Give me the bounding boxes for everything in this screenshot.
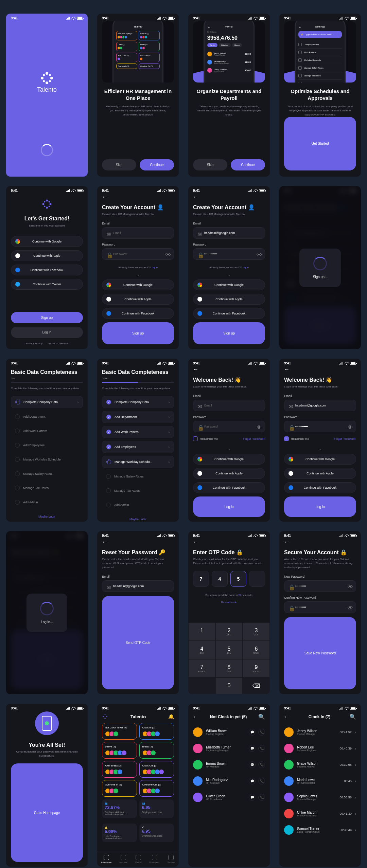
password-input[interactable]: 🔒Password👁 [193, 421, 265, 432]
phone-icon[interactable]: 📞 [258, 794, 265, 801]
save-password-button[interactable]: Save New Password [284, 617, 356, 689]
employee-row[interactable]: Grace WilsonSystems Analyst00:39:08› [279, 757, 361, 773]
back-button[interactable]: ← [193, 194, 265, 200]
apple-button[interactable]: Continue with Apple [102, 294, 174, 305]
back-button[interactable]: ← [284, 714, 290, 720]
skip-button[interactable]: Skip [193, 159, 227, 170]
otp-digit[interactable]: 7 [193, 571, 209, 587]
terms-link[interactable]: Terms of Service [48, 342, 68, 345]
back-button[interactable]: ← [193, 539, 265, 545]
employee-row[interactable]: William BrownProduct Engineer💬📞 [188, 724, 270, 740]
email-input[interactable]: ✉Email [193, 400, 265, 411]
continue-button[interactable]: Continue [140, 159, 174, 170]
status-card[interactable]: After Break (2) [102, 761, 137, 778]
login-button[interactable]: Log in [11, 327, 83, 338]
back-button[interactable]: ← [284, 366, 356, 373]
tab-employees[interactable]: Employees [150, 855, 160, 863]
key-6[interactable]: 6MNO [243, 641, 270, 659]
send-otp-button[interactable]: Send OTP Code [102, 596, 174, 689]
key-3[interactable]: 3DEF [243, 622, 270, 641]
status-card[interactable]: Not Clock in yet (5) [102, 723, 137, 740]
get-started-button[interactable]: Get Started [284, 117, 356, 171]
eye-icon[interactable]: 👁 [348, 605, 352, 609]
chat-icon[interactable]: 💬 [249, 794, 256, 801]
chat-icon[interactable]: 💬 [249, 778, 256, 784]
search-icon[interactable]: 🔍 [349, 713, 356, 720]
facebook-button[interactable]: Continue with Facebook [102, 308, 174, 319]
employee-row[interactable]: Jenny WilsonProduct Manager00:41:52› [279, 724, 361, 740]
bell-icon[interactable]: 🔔 [168, 714, 174, 719]
google-button[interactable]: Continue with Google [102, 279, 174, 290]
employee-row[interactable]: Oliver GreenHR Coordinator💬📞 [188, 789, 270, 806]
employee-row[interactable]: Mia RodriguezHR Assistant💬📞 [188, 773, 270, 789]
key-9[interactable]: 9WXYZ [243, 659, 270, 677]
chat-icon[interactable]: 💬 [249, 745, 256, 752]
key-delete[interactable]: ⌫ [243, 677, 270, 694]
signup-button[interactable]: Sign up [102, 322, 174, 344]
search-icon[interactable]: 🔍 [258, 713, 265, 720]
status-card[interactable]: Clock Out (1) [139, 761, 174, 778]
login-button[interactable]: Log in [284, 496, 356, 517]
eye-icon[interactable]: 👁 [165, 252, 170, 256]
eye-icon[interactable]: 👁 [348, 584, 352, 588]
key-1[interactable]: 1 [188, 622, 215, 641]
back-button[interactable]: ← [284, 539, 356, 545]
tab-approval[interactable]: Approval [119, 855, 127, 863]
email-input[interactable]: ✉hr.admin@google.com [193, 227, 265, 239]
tab-attendance[interactable]: Attendance [101, 855, 111, 863]
remember-checkbox[interactable]: ✓ [284, 436, 289, 441]
otp-digit[interactable]: 4 [212, 571, 228, 587]
confirm-password-input[interactable]: 🔒••••••••••👁 [284, 601, 356, 613]
status-card[interactable]: Break (2) [139, 742, 174, 759]
password-input[interactable]: 🔒••••••••••••👁 [193, 248, 265, 260]
signup-button[interactable]: Sign up [11, 312, 83, 323]
back-button[interactable]: ← [193, 366, 265, 373]
otp-digit[interactable]: 5 [230, 571, 246, 587]
otp-digit[interactable] [249, 571, 265, 587]
back-button[interactable]: ← [102, 539, 174, 545]
login-button[interactable]: Log in [193, 496, 265, 517]
apple-button[interactable]: Continue with Apple [11, 250, 83, 261]
status-card[interactable]: Overtime In (3) [102, 780, 137, 797]
back-button[interactable]: ← [193, 714, 198, 720]
privacy-link[interactable]: Privacy Policy [25, 342, 42, 345]
checklist-item[interactable]: Complete Company Data› [11, 396, 83, 408]
key-5[interactable]: 5JKL [215, 641, 243, 659]
back-button[interactable]: ← [102, 194, 174, 200]
facebook-button[interactable]: Continue with Facebook [11, 265, 83, 275]
homepage-button[interactable]: Go to Homepage [11, 763, 83, 862]
email-input[interactable]: ✉Email [102, 227, 174, 239]
employee-row[interactable]: Samuel TurnerSales Representative00:38:4… [279, 822, 361, 838]
phone-icon[interactable]: 📞 [258, 761, 265, 768]
employee-row[interactable]: Chloe MartinFinance Assistant00:41:30› [279, 806, 361, 822]
key-8[interactable]: 8TUV [215, 659, 243, 677]
tab-settings[interactable]: Settings [168, 855, 175, 863]
phone-icon[interactable]: 📞 [258, 778, 265, 784]
employee-row[interactable]: Elizabeth TurnerEngineering Manager💬📞 [188, 740, 270, 757]
eye-icon[interactable]: 👁 [257, 252, 261, 256]
signup-button[interactable]: Sign up [193, 322, 265, 344]
employee-row[interactable]: Sophia LewisFinancial Manager00:38:56› [279, 789, 361, 806]
status-card[interactable]: Leave (2) [102, 742, 137, 759]
employee-row[interactable]: Maria LewisHR Administrator00:45› [279, 773, 361, 789]
status-card[interactable]: Overtime Out (5) [139, 780, 174, 797]
chat-icon[interactable]: 💬 [249, 761, 256, 768]
forgot-link[interactable]: Forgot Password? [243, 437, 265, 440]
new-password-input[interactable]: 🔒••••••••••👁 [284, 580, 356, 592]
phone-icon[interactable]: 📞 [258, 745, 265, 752]
resend-link[interactable]: Resend code [193, 601, 265, 604]
maybe-later-link[interactable]: Maybe Later [102, 513, 174, 522]
tab-payroll[interactable]: Payroll [135, 855, 141, 863]
google-button[interactable]: Continue with Google [11, 236, 83, 247]
phone-icon[interactable]: 📞 [258, 729, 265, 736]
key-0[interactable]: 0 [215, 677, 243, 694]
login-link[interactable]: Log in [150, 266, 158, 269]
remember-checkbox[interactable] [193, 436, 198, 441]
continue-button[interactable]: Continue [231, 159, 265, 170]
key-7[interactable]: 7PQRS [188, 659, 215, 677]
maybe-later-link[interactable]: Maybe Later [11, 511, 83, 522]
email-input[interactable]: ✉hr.admin@google.com [102, 580, 174, 592]
employee-row[interactable]: Robert LeeSoftware Engineer00:40:39› [279, 740, 361, 757]
chat-icon[interactable]: 💬 [249, 729, 256, 736]
status-card[interactable]: Clock In (7) [139, 723, 174, 740]
